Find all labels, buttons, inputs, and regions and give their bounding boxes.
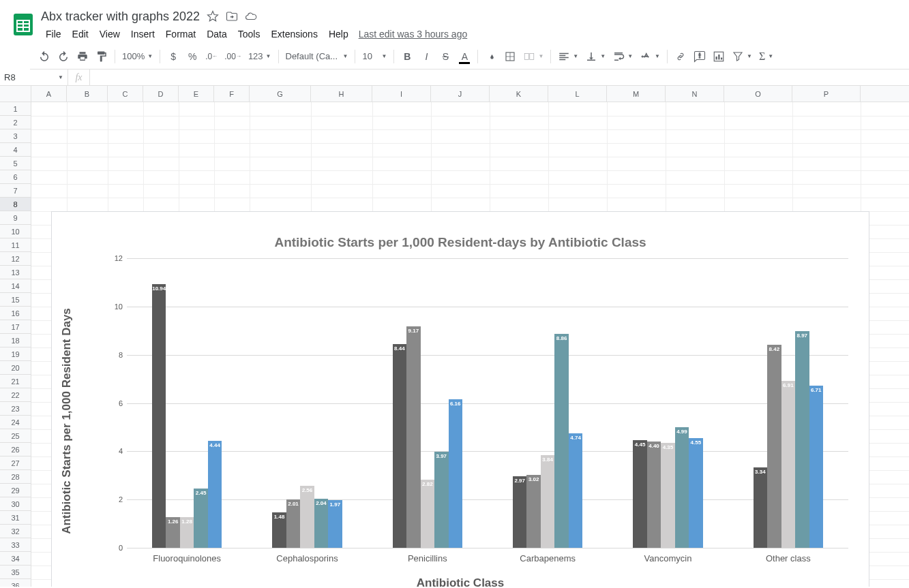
cloud-status-icon[interactable]: [245, 10, 257, 22]
functions-button[interactable]: Σ▼: [756, 48, 776, 65]
formula-input[interactable]: [90, 69, 909, 85]
star-icon[interactable]: [207, 10, 219, 22]
sheet-grid[interactable]: ABCDEFGHIJKLMNOP 12345678910111213141516…: [0, 86, 909, 587]
row-header[interactable]: 4: [0, 143, 31, 157]
select-all-corner[interactable]: [0, 86, 31, 102]
column-header[interactable]: K: [490, 86, 548, 102]
row-header[interactable]: 17: [0, 320, 31, 334]
paint-format-button[interactable]: [93, 48, 110, 65]
column-header[interactable]: N: [666, 86, 724, 102]
row-header[interactable]: 11: [0, 238, 31, 252]
row-header[interactable]: 7: [0, 184, 31, 198]
row-header[interactable]: 28: [0, 470, 31, 484]
zoom-dropdown[interactable]: 100%▼: [119, 48, 155, 65]
menu-view[interactable]: View: [95, 26, 125, 42]
text-wrap-button[interactable]: ▼: [610, 48, 636, 65]
menu-format[interactable]: Format: [161, 26, 200, 42]
font-dropdown[interactable]: Default (Ca...▼: [283, 48, 351, 65]
row-header[interactable]: 35: [0, 566, 31, 579]
row-header[interactable]: 26: [0, 443, 31, 457]
italic-button[interactable]: I: [417, 48, 435, 65]
row-header[interactable]: 1: [0, 102, 31, 116]
row-header[interactable]: 2: [0, 116, 31, 129]
row-header[interactable]: 8: [0, 198, 31, 211]
sheets-logo[interactable]: [10, 11, 37, 38]
column-header[interactable]: G: [250, 86, 311, 102]
currency-button[interactable]: $: [164, 48, 182, 65]
row-header[interactable]: 13: [0, 266, 31, 279]
row-header[interactable]: 20: [0, 361, 31, 375]
redo-button[interactable]: [55, 48, 72, 65]
row-header[interactable]: 15: [0, 293, 31, 307]
row-header[interactable]: 19: [0, 347, 31, 361]
row-header[interactable]: 29: [0, 484, 31, 497]
row-header[interactable]: 25: [0, 429, 31, 443]
print-button[interactable]: [74, 48, 91, 65]
row-header[interactable]: 6: [0, 170, 31, 184]
row-header[interactable]: 16: [0, 307, 31, 320]
row-header[interactable]: 18: [0, 334, 31, 347]
horizontal-align-button[interactable]: ▼: [555, 48, 581, 65]
row-header[interactable]: 33: [0, 538, 31, 552]
last-edit-link[interactable]: Last edit was 3 hours ago: [359, 29, 468, 40]
column-header[interactable]: J: [431, 86, 490, 102]
column-header[interactable]: B: [67, 86, 108, 102]
row-header[interactable]: 12: [0, 252, 31, 266]
doc-title[interactable]: Abx tracker with graphs 2022: [41, 10, 200, 24]
row-header[interactable]: 23: [0, 402, 31, 416]
undo-button[interactable]: [35, 48, 53, 65]
text-rotation-button[interactable]: ▼: [637, 48, 663, 65]
row-header[interactable]: 31: [0, 511, 31, 525]
row-header[interactable]: 21: [0, 375, 31, 388]
row-header[interactable]: 14: [0, 279, 31, 293]
row-header[interactable]: 36: [0, 579, 31, 587]
filter-button[interactable]: ▼: [729, 48, 755, 65]
menu-help[interactable]: Help: [324, 26, 353, 42]
column-header[interactable]: A: [31, 86, 67, 102]
row-header[interactable]: 5: [0, 157, 31, 170]
row-header[interactable]: 3: [0, 129, 31, 143]
insert-link-button[interactable]: [672, 48, 689, 65]
insert-comment-button[interactable]: [691, 48, 709, 65]
font-size-dropdown[interactable]: 10▼: [359, 48, 389, 65]
vertical-align-button[interactable]: ▼: [582, 48, 608, 65]
row-header[interactable]: 32: [0, 525, 31, 538]
row-header[interactable]: 27: [0, 457, 31, 470]
column-header[interactable]: O: [724, 86, 792, 102]
increase-decimal-button[interactable]: .00→: [222, 48, 244, 65]
text-color-button[interactable]: A: [456, 48, 473, 65]
column-header[interactable]: P: [792, 86, 861, 102]
fill-color-button[interactable]: [482, 48, 500, 65]
column-header[interactable]: L: [548, 86, 607, 102]
menu-tools[interactable]: Tools: [233, 26, 265, 42]
chart-embed[interactable]: Antibiotic Starts per 1,000 Resident-day…: [51, 211, 869, 587]
percent-button[interactable]: %: [183, 48, 201, 65]
menu-extensions[interactable]: Extensions: [266, 26, 322, 42]
column-header[interactable]: D: [143, 86, 179, 102]
strikethrough-button[interactable]: S: [436, 48, 454, 65]
decrease-decimal-button[interactable]: .0←: [203, 48, 220, 65]
column-header[interactable]: E: [179, 86, 214, 102]
borders-button[interactable]: [501, 48, 519, 65]
name-box[interactable]: R8▼: [0, 69, 68, 86]
column-header[interactable]: M: [607, 86, 666, 102]
menu-file[interactable]: File: [41, 26, 66, 42]
insert-chart-button[interactable]: [710, 48, 728, 65]
column-header[interactable]: C: [108, 86, 143, 102]
number-format-dropdown[interactable]: 123▼: [245, 48, 274, 65]
menu-insert[interactable]: Insert: [126, 26, 160, 42]
row-header[interactable]: 10: [0, 225, 31, 238]
move-icon[interactable]: [226, 10, 238, 22]
menu-edit[interactable]: Edit: [68, 26, 93, 42]
column-header[interactable]: H: [311, 86, 372, 102]
menu-data[interactable]: Data: [202, 26, 232, 42]
row-header[interactable]: 22: [0, 388, 31, 402]
column-header[interactable]: I: [372, 86, 431, 102]
row-header[interactable]: 24: [0, 416, 31, 429]
row-header[interactable]: 9: [0, 211, 31, 225]
column-header[interactable]: F: [214, 86, 250, 102]
merge-cells-button[interactable]: ▼: [520, 48, 546, 65]
row-header[interactable]: 30: [0, 497, 31, 511]
row-header[interactable]: 34: [0, 552, 31, 566]
bold-button[interactable]: B: [398, 48, 416, 65]
